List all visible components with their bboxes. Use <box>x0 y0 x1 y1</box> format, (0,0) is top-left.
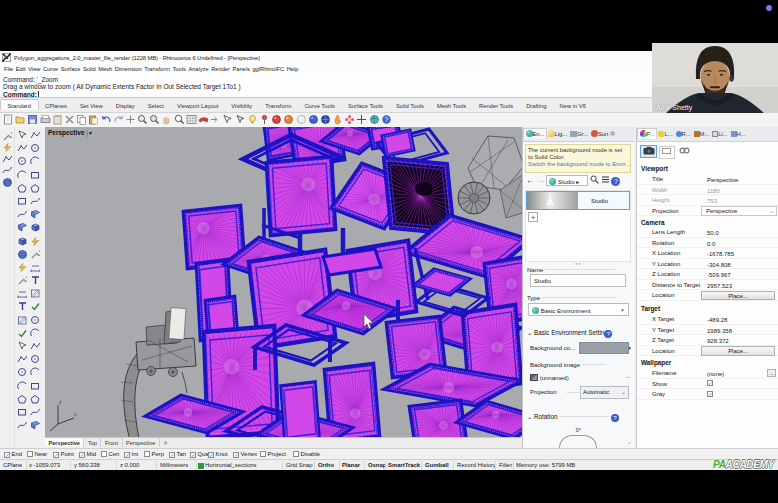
svg-text:?: ? <box>384 116 388 123</box>
